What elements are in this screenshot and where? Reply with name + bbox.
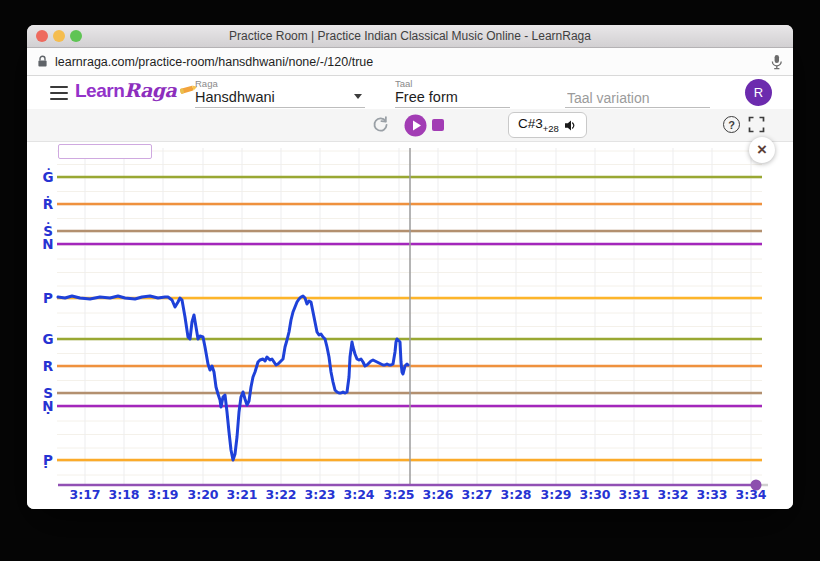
chart-overlay-input[interactable] — [58, 144, 152, 159]
stop-button[interactable] — [432, 119, 444, 131]
x-tick-label: 3:17 — [69, 487, 100, 502]
taal-label: Taal — [395, 78, 510, 89]
pitch-note: C#3+28 — [518, 116, 559, 134]
note-label-N-lower: Ṇ — [42, 398, 53, 414]
pitch-chart: × ĠṘṠNPGRSṆP̣3:173:183:193:203:213:223:2… — [27, 142, 793, 509]
x-tick-label: 3:33 — [696, 487, 727, 502]
x-tick-label: 3:18 — [108, 487, 139, 502]
help-icon: ? — [728, 119, 735, 131]
note-label-R: R — [43, 358, 54, 374]
practice-toolbar: C#3+28 ? — [27, 109, 793, 142]
taal-variation-input[interactable] — [565, 89, 714, 107]
x-tick-label: 3:20 — [187, 487, 218, 502]
x-tick-label: 3:31 — [618, 487, 649, 502]
close-icon: × — [757, 140, 767, 160]
window-zoom-button[interactable] — [70, 30, 82, 42]
window-minimize-button[interactable] — [53, 30, 65, 42]
pitch-chart-svg: ĠṘṠNPGRSṆP̣3:173:183:193:203:213:223:233… — [27, 142, 793, 509]
url-text[interactable]: learnraga.com/practice-room/hansdhwani/n… — [55, 55, 770, 69]
avatar-initial: R — [754, 85, 763, 100]
x-tick-label: 3:21 — [226, 487, 257, 502]
browser-window: Practice Room | Practice Indian Classica… — [27, 25, 793, 509]
menu-icon[interactable] — [50, 86, 68, 100]
window-titlebar: Practice Room | Practice Indian Classica… — [27, 25, 793, 48]
microphone-icon[interactable] — [770, 54, 783, 70]
taal-variation-field — [565, 78, 710, 108]
pitch-reference-button[interactable]: C#3+28 — [508, 112, 587, 138]
help-button[interactable]: ? — [723, 116, 740, 133]
note-label-P: P — [43, 290, 53, 306]
pitch-trace — [58, 296, 408, 460]
x-tick-label: 3:22 — [265, 487, 296, 502]
reset-button[interactable] — [371, 115, 390, 138]
x-tick-label: 3:32 — [657, 487, 688, 502]
x-tick-label: 3:26 — [422, 487, 453, 502]
user-avatar[interactable]: R — [745, 79, 772, 106]
raga-select[interactable]: Raga Hansdhwani — [195, 78, 365, 108]
app-header: LearnRaga Raga Hansdhwani Taal Free form… — [27, 76, 793, 109]
logo-raga-text: Raga — [124, 79, 176, 101]
taal-value: Free form — [395, 89, 510, 106]
fullscreen-button[interactable] — [748, 116, 765, 137]
x-tick-label: 3:19 — [147, 487, 178, 502]
chevron-down-icon — [354, 94, 362, 99]
x-tick-label: 3:30 — [579, 487, 610, 502]
note-label-R-upper: Ṙ — [43, 196, 54, 212]
fullscreen-icon — [748, 116, 765, 133]
taal-select[interactable]: Taal Free form — [395, 78, 510, 108]
note-label-G-upper: Ġ — [42, 168, 53, 185]
note-label-G: G — [42, 331, 53, 347]
window-title: Practice Room | Practice Indian Classica… — [229, 29, 591, 43]
speaker-icon — [564, 119, 577, 132]
x-tick-label: 3:23 — [304, 487, 335, 502]
x-tick-label: 3:25 — [383, 487, 414, 502]
refresh-icon — [371, 115, 390, 134]
x-tick-label: 3:34 — [735, 487, 766, 502]
x-tick-label: 3:28 — [500, 487, 531, 502]
browser-url-bar[interactable]: learnraga.com/practice-room/hansdhwani/n… — [27, 48, 793, 76]
traffic-lights — [36, 30, 82, 42]
note-label-N: N — [42, 236, 53, 252]
play-button[interactable] — [404, 114, 427, 141]
raga-label: Raga — [195, 78, 365, 89]
logo-learn-text: Learn — [75, 80, 124, 102]
lock-icon — [37, 55, 48, 68]
note-label-P-lower: P̣ — [43, 452, 53, 468]
raga-value: Hansdhwani — [195, 89, 365, 106]
x-tick-label: 3:27 — [461, 487, 492, 502]
x-tick-label: 3:29 — [540, 487, 571, 502]
chart-close-button[interactable]: × — [749, 137, 775, 163]
window-close-button[interactable] — [36, 30, 48, 42]
pitch-offset: +28 — [543, 123, 559, 134]
x-tick-label: 3:24 — [343, 487, 374, 502]
learnraga-logo[interactable]: LearnRaga — [75, 79, 201, 102]
